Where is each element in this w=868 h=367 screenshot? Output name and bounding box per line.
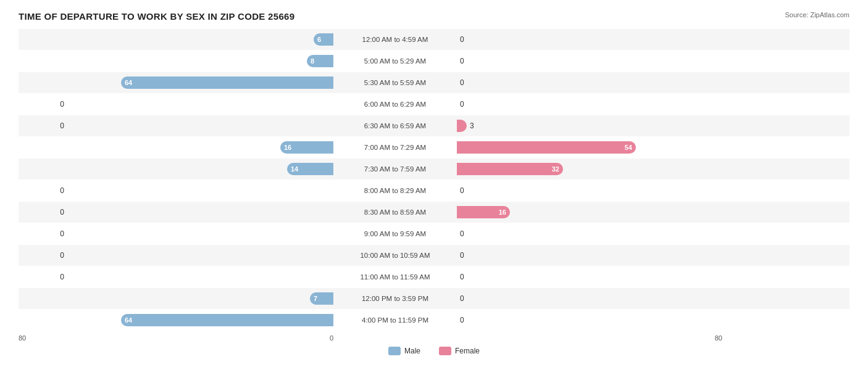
female-value-zero: 0	[457, 229, 464, 238]
female-bar	[457, 120, 467, 132]
female-value-inside: 16	[499, 208, 510, 216]
left-bar-area	[68, 206, 333, 218]
female-value-zero: 0	[457, 35, 464, 44]
male-value-inside: 7	[310, 295, 317, 302]
time-label: 8:30 AM to 8:59 AM	[333, 208, 457, 216]
left-bar-area: 14	[68, 163, 333, 175]
female-value-zero: 0	[457, 100, 464, 109]
axis-left-min: 80	[19, 334, 26, 342]
left-bar-area: 8	[68, 55, 333, 67]
left-bar-area	[68, 98, 333, 110]
right-bar-area: 0	[457, 184, 722, 197]
male-bar: 64	[121, 314, 333, 326]
male-value-inside: 64	[121, 316, 132, 324]
legend-male: Male	[388, 347, 420, 355]
chart-header: TIME OF DEPARTURE TO WORK BY SEX IN ZIP …	[19, 11, 849, 22]
table-row: 08:00 AM to 8:29 AM0	[19, 180, 849, 201]
time-label: 4:00 PM to 11:59 PM	[333, 316, 457, 324]
time-label: 7:30 AM to 7:59 AM	[333, 165, 457, 173]
right-bar-area: 16	[457, 206, 722, 218]
right-bar-area: 0	[457, 33, 722, 46]
legend-female: Female	[439, 347, 480, 355]
female-value-outside: 3	[467, 122, 474, 130]
left-bar-area	[68, 120, 333, 132]
male-bar: 14	[287, 163, 333, 175]
male-value-inside: 64	[121, 79, 132, 86]
table-row: 010:00 AM to 10:59 AM0	[19, 245, 849, 266]
table-row: 08:30 AM to 8:59 AM16	[19, 202, 849, 223]
male-bar: 64	[121, 76, 333, 89]
right-bar-area: 0	[457, 249, 722, 262]
male-bar: 7	[310, 292, 333, 305]
table-row: 85:00 AM to 5:29 AM0	[19, 51, 849, 72]
male-bar: 8	[307, 55, 333, 67]
left-bar-area	[68, 271, 333, 283]
left-value: 0	[19, 251, 68, 260]
left-bar-area	[68, 249, 333, 262]
axis-right-max: 80	[715, 334, 722, 342]
left-bar-area	[68, 184, 333, 197]
time-label: 6:00 AM to 6:29 AM	[333, 101, 457, 108]
left-bar-area: 16	[68, 141, 333, 154]
time-label: 8:00 AM to 8:29 AM	[333, 187, 457, 194]
male-value-inside: 6	[314, 36, 321, 43]
right-bar-area: 54	[457, 141, 722, 154]
chart-container: TIME OF DEPARTURE TO WORK BY SEX IN ZIP …	[0, 0, 868, 367]
axis-row: 80 0 80	[19, 334, 849, 342]
legend-female-label: Female	[455, 347, 480, 355]
table-row: 644:00 PM to 11:59 PM0	[19, 310, 849, 331]
chart-title: TIME OF DEPARTURE TO WORK BY SEX IN ZIP …	[19, 11, 294, 22]
table-row: 712:00 PM to 3:59 PM0	[19, 288, 849, 309]
male-bar: 16	[280, 141, 333, 154]
time-label: 12:00 PM to 3:59 PM	[333, 295, 457, 302]
left-bar-area	[68, 228, 333, 240]
left-bar-area: 64	[68, 76, 333, 89]
right-bar-area: 0	[457, 76, 722, 89]
time-label: 5:00 AM to 5:29 AM	[333, 57, 457, 65]
right-bar-area: 0	[457, 228, 722, 240]
male-bar: 6	[314, 33, 333, 46]
left-value: 0	[19, 100, 68, 109]
male-value-inside: 8	[307, 57, 314, 65]
table-row: 011:00 AM to 11:59 AM0	[19, 266, 849, 287]
female-bar: 16	[457, 206, 510, 218]
axis-right: 80	[457, 334, 722, 342]
female-value-zero: 0	[457, 294, 464, 303]
table-row: 06:30 AM to 6:59 AM3	[19, 115, 849, 136]
left-value: 0	[19, 273, 68, 281]
right-bar-area: 0	[457, 271, 722, 283]
table-row: 645:30 AM to 5:59 AM0	[19, 72, 849, 93]
table-row: 167:00 AM to 7:29 AM54	[19, 137, 849, 158]
female-value-zero: 0	[457, 186, 464, 195]
left-value: 0	[19, 122, 68, 130]
female-bar: 54	[457, 141, 636, 154]
time-label: 7:00 AM to 7:29 AM	[333, 144, 457, 151]
right-bar-area: 0	[457, 98, 722, 110]
female-bar: 32	[457, 163, 563, 175]
time-label: 6:30 AM to 6:59 AM	[333, 122, 457, 130]
left-value: 0	[19, 208, 68, 216]
time-label: 11:00 AM to 11:59 AM	[333, 273, 457, 281]
axis-left-max: 0	[330, 334, 333, 342]
left-value: 0	[19, 186, 68, 195]
table-row: 147:30 AM to 7:59 AM32	[19, 159, 849, 179]
female-value-zero: 0	[457, 316, 464, 324]
time-label: 10:00 AM to 10:59 AM	[333, 252, 457, 259]
male-value-inside: 16	[280, 144, 291, 151]
female-value-zero: 0	[457, 57, 464, 65]
female-value-inside: 32	[552, 165, 563, 173]
right-bar-area: 32	[457, 163, 722, 175]
left-bar-area: 7	[68, 292, 333, 305]
female-value-zero: 0	[457, 78, 464, 87]
axis-left: 80 0	[19, 334, 333, 342]
chart-area: 612:00 AM to 4:59 AM085:00 AM to 5:29 AM…	[19, 29, 849, 331]
time-label: 12:00 AM to 4:59 AM	[333, 36, 457, 43]
time-label: 5:30 AM to 5:59 AM	[333, 79, 457, 86]
left-value: 0	[19, 229, 68, 238]
legend-male-label: Male	[404, 347, 420, 355]
legend-female-color	[439, 347, 451, 355]
female-value-zero: 0	[457, 251, 464, 260]
left-bar-area: 64	[68, 314, 333, 326]
right-bar-area: 0	[457, 55, 722, 67]
female-value-zero: 0	[457, 273, 464, 281]
